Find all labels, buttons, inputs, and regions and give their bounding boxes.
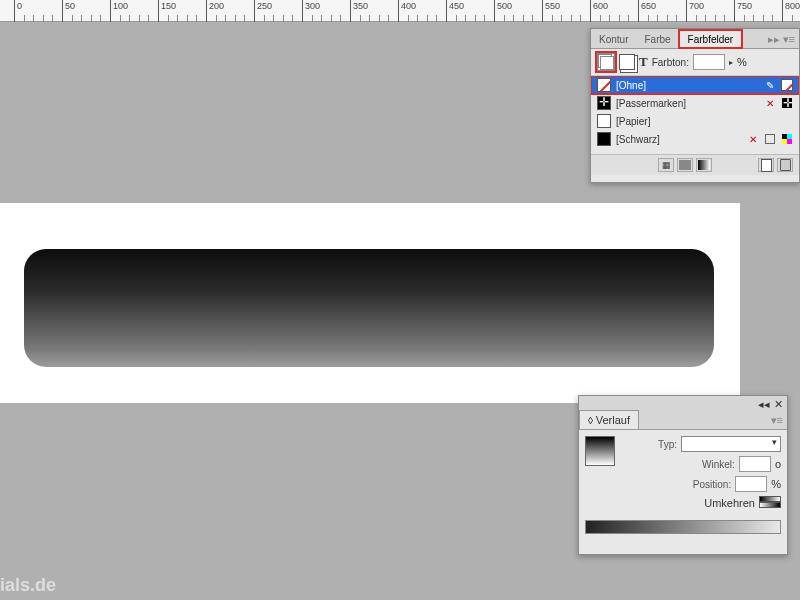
swatch-row-black[interactable]: [Schwarz] ✕ [591,130,799,148]
tint-input[interactable] [693,54,725,70]
rounded-rectangle-shape[interactable] [24,249,714,367]
pencil-icon: ✎ [764,79,776,91]
swatch-name: [Papier] [616,116,793,127]
tab-verlauf[interactable]: ◊ Verlauf [579,410,639,429]
swatch-name: [Ohne] [616,80,759,91]
reverse-label: Umkehren [704,497,755,509]
trash-icon [780,159,791,171]
gradient-preview[interactable] [585,436,615,466]
locked-icon: ✕ [764,97,776,109]
swatches-panel: Kontur Farbe Farbfelder ▸▸ ▾≡ T Farbton:… [590,28,800,183]
process-indicator-icon [765,134,775,144]
panel-menu-icon[interactable]: ▾≡ [767,412,787,429]
swatch-name: [Schwarz] [616,134,742,145]
swatch-row-paper[interactable]: [Papier] [591,112,799,130]
position-unit: % [771,478,781,490]
registration-swatch-icon [597,96,611,110]
show-small-list-icon[interactable] [677,158,693,172]
delete-swatch-button[interactable] [777,158,793,172]
gradient-panel: ◂◂ ✕ ◊ Verlauf ▾≡ Typ: Winkel: o Positio… [578,395,788,555]
show-list-view-icon[interactable]: ▦ [658,158,674,172]
swatch-list: [Ohne] ✎ [Passermarken] ✕ [Papier] [Schw… [591,76,799,154]
tint-label: Farbton: [652,57,689,68]
registration-indicator-icon [782,98,792,108]
tint-arrow-icon[interactable]: ▸ [729,58,733,67]
watermark-text: ials.de [0,575,56,596]
type-label: Typ: [658,439,677,450]
panel-close-icon[interactable]: ✕ [774,398,783,411]
none-indicator-icon [781,79,793,91]
new-swatch-button[interactable] [758,158,774,172]
angle-unit: o [775,458,781,470]
formatting-container-icon[interactable] [619,54,635,70]
gradient-ramp[interactable] [585,520,781,534]
tab-kontur[interactable]: Kontur [591,31,636,48]
horizontal-ruler: 0501001502002503003504004505005506006507… [0,0,800,22]
type-formatting-icon[interactable]: T [639,54,648,70]
tab-farbe[interactable]: Farbe [636,31,678,48]
reverse-gradient-button[interactable] [759,496,781,510]
fill-stroke-proxy-icon[interactable] [597,53,615,71]
show-gradient-icon[interactable] [696,158,712,172]
panel-collapse-icon[interactable]: ◂◂ [758,398,770,411]
paper-swatch-icon [597,114,611,128]
tab-farbfelder[interactable]: Farbfelder [679,30,743,48]
swatch-footer: ▦ [591,154,799,175]
gradient-tab-label: Verlauf [596,414,630,426]
gradient-type-dropdown[interactable] [681,436,781,452]
locked-icon: ✕ [747,133,759,145]
swatch-row-registration[interactable]: [Passermarken] ✕ [591,94,799,112]
black-swatch-icon [597,132,611,146]
panel-tab-bar: Kontur Farbe Farbfelder ▸▸ ▾≡ [591,29,799,49]
tint-unit: % [737,56,747,68]
swatch-toolbar: T Farbton: ▸ % [591,49,799,76]
angle-label: Winkel: [702,459,735,470]
document-canvas[interactable] [0,203,740,403]
swatch-row-none[interactable]: [Ohne] ✎ [591,76,799,94]
none-swatch-icon [597,78,611,92]
angle-input[interactable] [739,456,771,472]
position-label: Position: [693,479,731,490]
swatch-name: [Passermarken] [616,98,759,109]
panel-menu-icon[interactable]: ▸▸ ▾≡ [764,31,799,48]
cmyk-indicator-icon [782,134,792,144]
new-page-icon [761,159,772,172]
position-input[interactable] [735,476,767,492]
